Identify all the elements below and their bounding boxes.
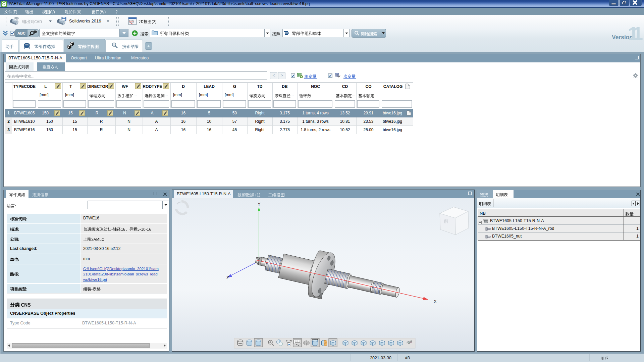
svg-text:Y: Y — [258, 202, 261, 207]
svg-text:Z: Z — [226, 275, 229, 280]
svg-text:X: X — [434, 299, 437, 304]
